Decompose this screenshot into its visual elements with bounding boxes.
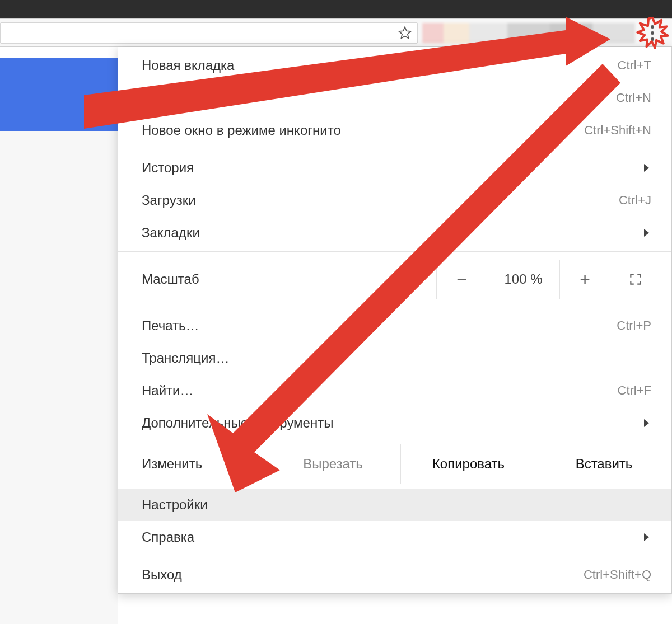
chrome-menu-button[interactable] bbox=[651, 25, 654, 41]
menu-item-edit: Изменить Вырезать Копировать Вставить bbox=[118, 444, 671, 484]
menu-item-print[interactable]: Печать… Ctrl+P bbox=[118, 309, 671, 342]
menu-item-downloads[interactable]: Загрузки Ctrl+J bbox=[118, 184, 671, 217]
page-body-gray bbox=[0, 131, 118, 624]
star-icon bbox=[397, 25, 413, 41]
menu-item-label: Справка bbox=[142, 529, 194, 545]
extensions-area bbox=[422, 23, 635, 43]
menu-item-shortcut: Ctrl+Shift+N bbox=[584, 123, 651, 138]
cut-button[interactable]: Вырезать bbox=[265, 444, 400, 484]
fullscreen-button[interactable] bbox=[610, 260, 660, 299]
menu-item-shortcut: Ctrl+P bbox=[617, 318, 651, 333]
menu-item-zoom: Масштаб − 100 % + bbox=[118, 254, 671, 304]
zoom-in-button[interactable]: + bbox=[559, 260, 610, 299]
menu-item-bookmarks[interactable]: Закладки bbox=[118, 217, 671, 249]
menu-item-cast[interactable]: Трансляция… bbox=[118, 342, 671, 374]
edit-label: Изменить bbox=[142, 456, 265, 472]
menu-item-label: Новая вкладка bbox=[142, 58, 234, 73]
zoom-controls: − 100 % + bbox=[436, 260, 660, 299]
menu-item-label: Новое окно в режиме инкогнито bbox=[142, 123, 341, 138]
menu-item-label: Дополнительные инструменты bbox=[142, 415, 333, 431]
menu-item-settings[interactable]: Настройки bbox=[118, 489, 671, 521]
chevron-right-icon bbox=[644, 164, 649, 172]
menu-item-label: Закладки bbox=[142, 225, 200, 241]
menu-item-shortcut: Ctrl+N bbox=[616, 91, 651, 105]
address-bar[interactable] bbox=[0, 22, 418, 44]
menu-item-tools[interactable]: Дополнительные инструменты bbox=[118, 407, 671, 439]
menu-item-label: Загрузки bbox=[142, 193, 196, 208]
page-content: Новая вкладка Ctrl+T Новое окно Ctrl+N Н… bbox=[0, 47, 672, 624]
browser-toolbar bbox=[0, 19, 672, 47]
menu-item-incognito[interactable]: Новое окно в режиме инкогнито Ctrl+Shift… bbox=[118, 114, 671, 147]
menu-item-help[interactable]: Справка bbox=[118, 521, 671, 553]
chrome-menu-button-wrap bbox=[640, 20, 665, 46]
menu-item-shortcut: Ctrl+J bbox=[619, 193, 651, 208]
menu-item-new-tab[interactable]: Новая вкладка Ctrl+T bbox=[118, 49, 671, 82]
menu-item-label: Печать… bbox=[142, 318, 199, 334]
fullscreen-icon bbox=[628, 272, 643, 287]
menu-item-label: Выход bbox=[142, 567, 182, 583]
zoom-label: Масштаб bbox=[142, 271, 199, 287]
menu-item-history[interactable]: История bbox=[118, 152, 671, 184]
menu-item-label: История bbox=[142, 160, 194, 176]
chrome-main-menu: Новая вкладка Ctrl+T Новое окно Ctrl+N Н… bbox=[118, 47, 672, 594]
menu-item-shortcut: Ctrl+Shift+Q bbox=[584, 567, 651, 582]
paste-button[interactable]: Вставить bbox=[536, 444, 671, 484]
browser-window: Новая вкладка Ctrl+T Новое окно Ctrl+N Н… bbox=[0, 18, 672, 624]
menu-item-label: Трансляция… bbox=[142, 350, 229, 366]
chevron-right-icon bbox=[644, 229, 649, 237]
menu-item-exit[interactable]: Выход Ctrl+Shift+Q bbox=[118, 559, 671, 591]
menu-item-label: Новое окно bbox=[142, 90, 213, 106]
zoom-value: 100 % bbox=[487, 260, 559, 299]
zoom-out-button[interactable]: − bbox=[436, 260, 487, 299]
bookmark-star-button[interactable] bbox=[397, 25, 413, 41]
menu-item-find[interactable]: Найти… Ctrl+F bbox=[118, 374, 671, 407]
copy-button[interactable]: Копировать bbox=[400, 444, 536, 484]
chevron-right-icon bbox=[644, 533, 649, 541]
menu-item-shortcut: Ctrl+F bbox=[618, 383, 652, 398]
menu-item-label: Настройки bbox=[142, 497, 208, 513]
page-header-blue bbox=[0, 58, 118, 131]
menu-item-shortcut: Ctrl+T bbox=[618, 58, 652, 73]
menu-item-label: Найти… bbox=[142, 383, 193, 398]
menu-item-new-window[interactable]: Новое окно Ctrl+N bbox=[118, 82, 671, 114]
chevron-right-icon bbox=[644, 419, 649, 427]
